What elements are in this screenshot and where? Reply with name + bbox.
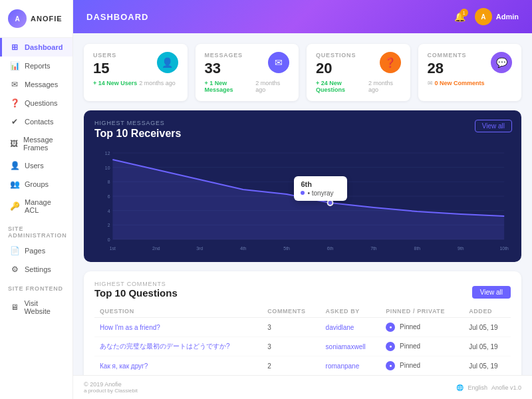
pinned-icon: ● (386, 323, 395, 332)
col-header: ADDED (464, 305, 511, 318)
sidebar-item-pages[interactable]: 📄 Pages (0, 241, 72, 260)
sidebar-item-contacts[interactable]: ✔ Contacts (0, 112, 72, 131)
sidebar-item-visit-website[interactable]: 🖥 Visit Website (0, 295, 72, 320)
sidebar-item-groups[interactable]: 👥 Groups (0, 175, 72, 194)
stat-new: 0 New Comments (435, 80, 485, 86)
stat-new: + 1 New Messages (205, 80, 254, 93)
sidebar-item-messages[interactable]: ✉ Messages (0, 75, 72, 94)
sidebar-item-label: Message Frames (23, 136, 65, 152)
comments-cell: 2 (262, 356, 320, 376)
stat-sub: ✉ 0 New Comments (428, 80, 513, 86)
pinned-cell: ● Pinned (380, 318, 464, 337)
table-row: Как я, как друг? 2 romanpane ● Pinned Ju… (94, 356, 511, 376)
sidebar-item-settings[interactable]: ⚙ Settings (0, 260, 72, 279)
stat-icon: ❓ (380, 52, 401, 73)
sidebar-item-users[interactable]: 👤 Users (0, 156, 72, 175)
globe-icon: 🌐 (456, 384, 464, 391)
asked-by-cell: soniamaxwell (321, 337, 381, 356)
table-section: HIGHEST COMMENTS Top 10 Questions View a… (84, 271, 521, 375)
pinned-icon: ● (386, 361, 395, 370)
sidebar-item-questions[interactable]: ❓ Questions (0, 94, 72, 112)
table-view-all-button[interactable]: View all (472, 286, 511, 299)
comment-icon: ✉ (428, 80, 433, 86)
svg-text:10: 10 (105, 166, 110, 170)
footer: © 2019 Anofie a product by Classiebit 🌐 … (73, 375, 532, 399)
footer-right: 🌐 English Anofie v1.0 (456, 384, 521, 391)
notification-button[interactable]: 🔔 1 (454, 11, 466, 22)
question-link[interactable]: How I'm as a friend? (100, 324, 160, 331)
sidebar-logo: A ANOFIE (0, 0, 72, 38)
col-header: QUESTION (94, 305, 262, 318)
footer-version: Anofie v1.0 (491, 384, 521, 391)
groups-icon: 👥 (10, 180, 19, 189)
sidebar-item-manage-acl[interactable]: 🔑 Manage ACL (0, 194, 72, 219)
chart-container: 0246810121st2nd3rd4th5th6th7th8th9th10th… (94, 146, 511, 253)
col-header: PINNED / PRIVATE (380, 305, 464, 318)
stat-card-comments: COMMENTS 28 💬 ✉ 0 New Comments (418, 44, 522, 101)
users-icon: 👤 (10, 161, 19, 170)
question-link[interactable]: あなたの完璧な最初のデートはどうですか? (100, 342, 230, 350)
site-admin-label: SITE ADMINISTRATION (0, 219, 72, 241)
copyright: © 2019 Anofie (84, 381, 138, 388)
chart-view-all-button[interactable]: View all (475, 120, 512, 132)
sidebar-item-dashboard[interactable]: ⊞ Dashboard (0, 38, 72, 57)
site-frontend-label: SITE FRONTEND (0, 279, 72, 295)
stat-card-users: USERS 15 👤 + 14 New Users 2 months ago (84, 44, 188, 101)
sidebar-item-label: Groups (25, 180, 49, 188)
sidebar-item-message-frames[interactable]: 🖼 Message Frames (0, 131, 72, 156)
added-cell: Jul 05, 19 (464, 318, 511, 337)
logo-icon: A (8, 9, 27, 28)
chart-title: Top 10 Receivers (94, 128, 511, 140)
sidebar-main-nav: ⊞ Dashboard 📊 Reports ✉ Messages ❓ Quest… (0, 38, 72, 219)
table-title: Top 10 Questions (94, 287, 178, 299)
table-section-header: HIGHEST COMMENTS Top 10 Questions View a… (94, 281, 511, 299)
user-link[interactable]: romanpane (326, 362, 360, 370)
svg-text:9th: 9th (458, 246, 464, 251)
questions-icon: ❓ (10, 98, 19, 108)
comments-cell: 3 (262, 337, 320, 356)
col-header: COMMENTS (262, 305, 320, 318)
question-link[interactable]: Как я, как друг? (100, 362, 148, 370)
sidebar-item-reports[interactable]: 📊 Reports (0, 57, 72, 75)
sidebar-item-label: Dashboard (25, 43, 63, 51)
user-link[interactable]: davidlane (326, 324, 354, 331)
stat-card-messages: MESSAGES 33 ✉ + 1 New Messages 2 months … (196, 44, 299, 101)
admin-menu-button[interactable]: A Admin (475, 8, 519, 25)
page-title: DASHBOARD (86, 12, 149, 22)
user-link[interactable]: soniamaxwell (326, 343, 366, 350)
stat-sub: + 24 New Questions 2 months ago (316, 80, 401, 93)
svg-text:5th: 5th (283, 246, 290, 251)
admin-label: Admin (496, 13, 519, 21)
sidebar-item-label: Settings (25, 265, 51, 273)
stat-icon: 💬 (491, 52, 512, 73)
sidebar-item-label: Contacts (25, 118, 53, 126)
footer-lang: English (467, 384, 487, 391)
table-meta: HIGHEST COMMENTS (94, 281, 178, 287)
notification-badge: 1 (460, 9, 468, 17)
product-credit: a product by Classiebit (84, 388, 138, 394)
sidebar-item-label: Reports (25, 62, 51, 70)
message-frames-icon: 🖼 (10, 139, 18, 148)
question-cell: Как я, как друг? (94, 356, 262, 376)
question-cell: How I'm as a friend? (94, 318, 262, 337)
sidebar-item-label: Users (25, 162, 44, 170)
avatar: A (475, 8, 492, 25)
contacts-icon: ✔ (10, 117, 19, 126)
header: DASHBOARD 🔔 1 A Admin (73, 0, 532, 33)
table-header-text: HIGHEST COMMENTS Top 10 Questions (94, 281, 178, 299)
added-cell: Jul 05, 19 (464, 337, 511, 356)
footer-left: © 2019 Anofie a product by Classiebit (84, 381, 138, 394)
svg-text:4th: 4th (240, 246, 247, 251)
manage-acl-icon: 🔑 (10, 201, 19, 211)
question-cell: あなたの完璧な最初のデートはどうですか? (94, 337, 262, 356)
table-head: QUESTIONCOMMENTSASKED BYPINNED / PRIVATE… (94, 305, 511, 318)
stat-card-questions: QUESTIONS 20 ❓ + 24 New Questions 2 mont… (307, 44, 410, 101)
sidebar: A ANOFIE ⊞ Dashboard 📊 Reports ✉ Message… (0, 0, 73, 399)
visit-website-icon: 🖥 (10, 303, 19, 312)
reports-icon: 📊 (10, 61, 19, 70)
svg-text:12: 12 (105, 151, 110, 156)
table-row: How I'm as a friend? 3 davidlane ● Pinne… (94, 318, 511, 337)
main-content: USERS 15 👤 + 14 New Users 2 months ago M… (73, 33, 532, 375)
pinned-icon: ● (386, 342, 395, 351)
sidebar-item-label: Visit Website (24, 299, 65, 315)
